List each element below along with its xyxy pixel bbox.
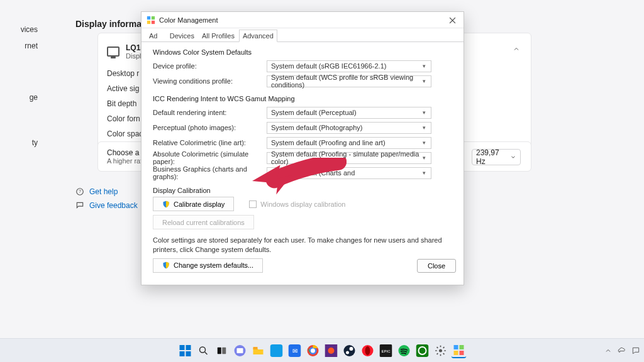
uac-shield-icon — [162, 200, 170, 208]
sidebar-item[interactable]: ty — [4, 134, 38, 151]
svg-rect-10 — [186, 351, 191, 356]
feedback-icon — [75, 201, 84, 210]
settings-sidebar: vices rnet ge ty — [0, 21, 38, 151]
viewing-conditions-label: Viewing conditions profile: — [153, 77, 263, 85]
absolute-colorimetric-select[interactable]: System default (Proofing - simulate pape… — [267, 152, 431, 164]
svg-rect-3 — [152, 16, 155, 19]
monitor-icon — [107, 47, 119, 57]
perceptual-select[interactable]: System default (Photography)▾ — [267, 122, 431, 134]
taskbar-app[interactable]: ✉ — [287, 343, 303, 358]
change-system-defaults-label: Change system defaults... — [174, 261, 253, 269]
default-intent-select[interactable]: System default (Perceptual)▾ — [267, 107, 431, 119]
get-help-link[interactable]: ? Get help — [75, 185, 138, 199]
svg-point-27 — [346, 351, 349, 354]
start-button[interactable] — [178, 343, 193, 358]
group-wcs-defaults: Windows Color System Defaults — [153, 48, 452, 56]
uac-shield-icon — [162, 261, 170, 269]
window-close-button[interactable] — [441, 13, 464, 28]
svg-rect-16 — [253, 347, 258, 349]
relative-colorimetric-select[interactable]: System default (Proofing and line art)▾ — [267, 137, 431, 149]
spotify-button[interactable] — [397, 343, 412, 358]
task-view-button[interactable] — [214, 343, 230, 358]
sidebar-item[interactable]: ge — [4, 89, 38, 106]
business-graphics-select[interactable]: System default (Charts and▾ — [267, 167, 431, 179]
svg-text:✉: ✉ — [292, 348, 297, 354]
svg-point-35 — [439, 349, 442, 352]
tab-devices[interactable]: Devices — [167, 30, 197, 41]
taskbar-app[interactable] — [269, 343, 284, 358]
device-profile-value: System default (sRGB IEC61966-2.1) — [271, 62, 386, 70]
relative-colorimetric-value: System default (Proofing and line art) — [271, 139, 386, 146]
chevron-down-icon: ▾ — [421, 170, 427, 176]
refresh-rate-value: 239,97 Hz — [476, 148, 510, 166]
relative-colorimetric-label: Relative Colorimetric (line art): — [153, 139, 263, 146]
device-profile-select[interactable]: System default (sRGB IEC61966-2.1)▾ — [267, 60, 431, 72]
taskbar-app[interactable] — [324, 343, 339, 358]
reload-calibrations-button: Reload current calibrations — [153, 215, 254, 229]
use-windows-calibration-checkbox: Windows display calibration — [249, 200, 345, 208]
svg-rect-15 — [237, 348, 243, 353]
group-display-calibration: Display Calibration — [153, 187, 452, 194]
settings-button[interactable] — [433, 343, 448, 358]
chevron-down-icon — [510, 154, 516, 160]
chevron-down-icon: ▾ — [422, 78, 427, 84]
color-management-app-button[interactable] — [452, 343, 467, 358]
collapse-toggle[interactable] — [511, 43, 522, 55]
svg-point-24 — [328, 348, 335, 354]
taskbar: ✉ EPIC — [0, 338, 644, 362]
search-icon — [198, 345, 209, 356]
absolute-colorimetric-value: System default (Proofing - simulate pape… — [271, 150, 421, 165]
tab-all-profiles[interactable]: All Profiles — [199, 30, 238, 41]
file-explorer-button[interactable] — [251, 343, 266, 358]
xbox-button[interactable] — [415, 343, 430, 358]
viewing-conditions-select[interactable]: System default (WCS profile for sRGB vie… — [267, 75, 431, 87]
give-feedback-link[interactable]: Give feedback — [75, 199, 138, 212]
svg-point-11 — [200, 347, 206, 353]
perceptual-value: System default (Photography) — [271, 124, 363, 131]
svg-text:?: ? — [79, 189, 81, 194]
calibrate-display-button[interactable]: Calibrate display — [153, 197, 234, 211]
onedrive-icon[interactable] — [618, 346, 626, 355]
svg-rect-38 — [454, 351, 458, 355]
tab-advanced[interactable]: Advanced — [239, 30, 277, 42]
svg-text:EPIC: EPIC — [381, 349, 391, 353]
system-tray[interactable] — [604, 346, 640, 355]
search-button[interactable] — [196, 343, 211, 358]
get-help-label: Get help — [89, 187, 118, 196]
chevron-up-icon[interactable] — [604, 346, 613, 355]
close-icon — [449, 17, 456, 24]
taskbar-app[interactable] — [233, 343, 248, 358]
svg-rect-4 — [147, 20, 150, 23]
checkbox-box — [249, 200, 257, 208]
group-icc-mapping: ICC Rendering Intent to WCS Gamut Mappin… — [153, 95, 452, 102]
refresh-rate-select[interactable]: 239,97 Hz — [472, 149, 521, 165]
close-button[interactable]: Close — [417, 259, 456, 273]
default-intent-value: System default (Perceptual) — [271, 109, 357, 116]
svg-rect-13 — [222, 347, 226, 354]
steam-button[interactable] — [342, 343, 357, 358]
device-profile-label: Device profile: — [153, 62, 263, 70]
svg-rect-39 — [460, 351, 464, 355]
sidebar-item[interactable]: rnet — [4, 38, 38, 54]
reload-calibrations-label: Reload current calibrations — [162, 219, 245, 226]
opera-button[interactable] — [360, 343, 375, 358]
sidebar-item[interactable]: vices — [4, 21, 38, 38]
give-feedback-label: Give feedback — [89, 201, 138, 210]
dialog-title: Color Management — [159, 16, 458, 24]
svg-point-25 — [344, 345, 355, 356]
chrome-button[interactable] — [306, 343, 321, 358]
svg-point-26 — [350, 347, 353, 351]
help-icon: ? — [75, 187, 84, 196]
action-center-icon[interactable] — [631, 346, 640, 355]
chevron-down-icon: ▾ — [421, 63, 427, 69]
svg-rect-2 — [147, 16, 150, 19]
color-management-icon — [147, 16, 155, 25]
business-graphics-value: System default (Charts and — [271, 169, 355, 177]
viewing-conditions-value: System default (WCS profile for sRGB vie… — [271, 74, 422, 89]
epic-games-button[interactable]: EPIC — [379, 343, 394, 358]
change-system-defaults-button[interactable]: Change system defaults... — [153, 258, 263, 273]
system-defaults-note: Color settings are stored separately for… — [153, 236, 452, 255]
svg-point-22 — [311, 348, 315, 353]
svg-rect-8 — [186, 345, 191, 350]
svg-rect-12 — [218, 347, 221, 354]
